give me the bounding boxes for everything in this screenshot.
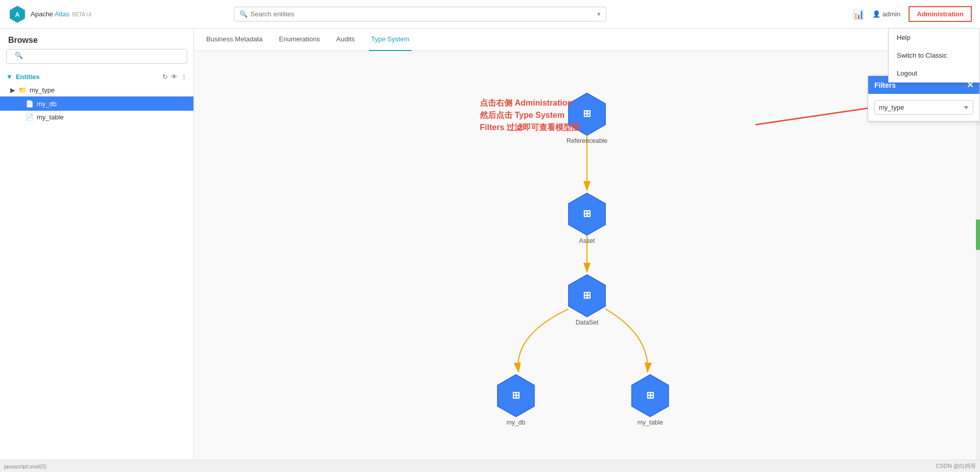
three-dot-my-db[interactable]: ··· (181, 99, 187, 108)
sidebar-search-icon: 🔍 (15, 52, 23, 59)
admin-person-icon: 👤 (872, 10, 880, 18)
footer-left: javascript:void(0) (4, 463, 46, 469)
svg-text:⊞: ⊞ (583, 290, 591, 301)
administration-button[interactable]: Administration (909, 6, 972, 22)
search-bar[interactable]: 🔍 ▾ (234, 7, 606, 21)
svg-text:A: A (15, 11, 19, 18)
svg-text:my_db: my_db (506, 419, 525, 426)
bar-chart-icon[interactable]: 📊 (853, 9, 864, 20)
tab-enumerations[interactable]: Enumerations (277, 29, 322, 51)
tab-audits[interactable]: Audits (334, 29, 357, 51)
header-right: 📊 👤 admin Administration (853, 6, 972, 22)
eye-icon[interactable]: 👁 (171, 73, 178, 81)
admin-dropdown: Help Switch to Classic Logout (888, 29, 980, 83)
footer-right: CSDN @白鸽哥 (936, 462, 976, 470)
graph-svg: ⊞ Referenceable ⊞ Asset ⊞ DataSet (194, 51, 980, 472)
tree-folder-my-type[interactable]: ▶ 📁 my_type (0, 84, 193, 96)
admin-label: admin (883, 10, 900, 18)
tab-business-metadata[interactable]: Business Metadata (204, 29, 265, 51)
sidebar: Browse 🔍 my_ ▼ Entities ↻ 👁 ⋮ ▶ 📁 my_typ… (0, 29, 194, 472)
scrollbar-thumb[interactable] (976, 219, 980, 250)
search-input[interactable] (251, 10, 594, 18)
sidebar-search-bar[interactable]: 🔍 my_ (6, 49, 187, 64)
menu-item-logout[interactable]: Logout (889, 64, 979, 82)
folder-expand-icon: ▶ (10, 86, 15, 94)
search-dropdown-arrow[interactable]: ▾ (597, 10, 601, 18)
annotation: 点击右侧 Administration 然后点击 Type System Fil… (480, 97, 580, 134)
folder-label: my_type (30, 86, 55, 94)
footer: javascript:void(0) CSDN @白鸽哥 (0, 460, 980, 472)
main-layout: Browse 🔍 my_ ▼ Entities ↻ 👁 ⋮ ▶ 📁 my_typ… (0, 29, 980, 472)
tree-item-my-table[interactable]: 📄 my_table (0, 111, 193, 123)
svg-text:my_table: my_table (638, 419, 663, 426)
header: A Apache Atlas BETA UI 🔍 ▾ 📊 👤 admin Adm… (0, 0, 980, 29)
logo-icon: A (8, 5, 27, 23)
entities-collapse-icon[interactable]: ▼ (6, 73, 13, 81)
menu-item-switch-classic[interactable]: Switch to Classic (889, 46, 979, 64)
admin-button[interactable]: 👤 admin (872, 10, 900, 18)
svg-text:DataSet: DataSet (576, 319, 599, 326)
menu-item-help[interactable]: Help (889, 29, 979, 46)
content-area: Business Metadata Enumerations Audits Ty… (194, 29, 980, 472)
entities-header: ▼ Entities ↻ 👁 ⋮ (0, 70, 193, 84)
filters-body: my_type (868, 94, 979, 121)
edge-dataset-mydb (518, 309, 569, 372)
svg-text:⊞: ⊞ (583, 208, 591, 219)
filters-type-select[interactable]: my_type (874, 100, 973, 115)
sidebar-search-input[interactable]: my_ (25, 52, 179, 59)
tabs-bar: Business Metadata Enumerations Audits Ty… (194, 29, 980, 51)
svg-text:⊞: ⊞ (583, 108, 591, 119)
sidebar-title: Browse (0, 29, 193, 49)
svg-text:Referenceable: Referenceable (567, 137, 608, 144)
annotation-line3: Filters 过滤即可查看模型图 (480, 121, 580, 134)
tree-label-my-db: my_db (37, 100, 57, 108)
graph-area: 点击右侧 Administration 然后点击 Type System Fil… (194, 51, 980, 472)
annotation-line2: 然后点击 Type System (480, 109, 580, 121)
entities-section: ▼ Entities ↻ 👁 ⋮ ▶ 📁 my_type 📄 my_db ··· (0, 68, 193, 126)
tree-item-my-db[interactable]: 📄 my_db ··· (0, 96, 193, 111)
logo-text: Apache Atlas BETA UI (31, 10, 91, 18)
file-icon-my-table: 📄 (26, 113, 34, 121)
annotation-line1: 点击右侧 Administration (480, 97, 580, 109)
svg-text:⊞: ⊞ (512, 390, 520, 401)
tab-type-system[interactable]: Type System (369, 29, 411, 51)
refresh-icon[interactable]: ↻ (162, 73, 168, 81)
folder-icon: 📁 (18, 86, 27, 94)
svg-text:Asset: Asset (579, 237, 595, 244)
entities-title[interactable]: Entities (16, 73, 159, 81)
node-dataset[interactable]: ⊞ DataSet (569, 275, 605, 326)
logo-area: A Apache Atlas BETA UI (8, 5, 110, 23)
edge-dataset-mytable (605, 309, 648, 372)
svg-text:⊞: ⊞ (646, 390, 654, 401)
file-icon-my-db: 📄 (26, 100, 34, 108)
search-icon: 🔍 (239, 10, 248, 18)
tree-label-my-table: my_table (37, 113, 64, 121)
entities-actions: ↻ 👁 ⋮ (162, 73, 187, 81)
more-icon[interactable]: ⋮ (181, 73, 187, 81)
node-my-db[interactable]: ⊞ my_db (498, 375, 534, 426)
node-my-table[interactable]: ⊞ my_table (632, 375, 669, 426)
